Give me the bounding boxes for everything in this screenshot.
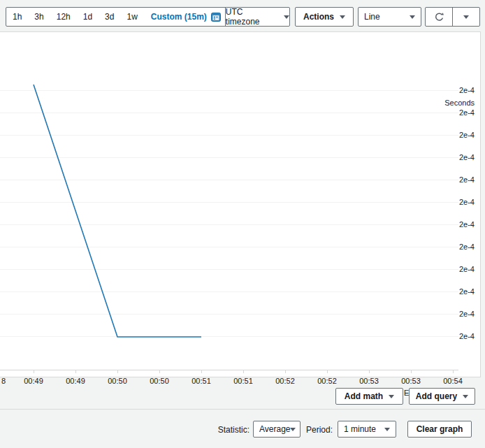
refresh-button-group xyxy=(425,7,480,27)
caret-down-icon xyxy=(340,15,345,19)
caret-down-icon xyxy=(384,428,390,431)
time-range-1w[interactable]: 1w xyxy=(120,12,143,22)
calendar-icon xyxy=(211,12,221,22)
period-label: Period: xyxy=(306,425,333,435)
actions-dropdown[interactable]: Actions xyxy=(295,7,354,27)
clear-graph-label: Clear graph xyxy=(417,424,463,434)
time-range-1d[interactable]: 1d xyxy=(77,12,99,22)
time-range-toolbar: 1h3h12h1d3d1w Custom (15m) UTC timezone xyxy=(6,7,290,27)
custom-time-range-label: Custom (15m) xyxy=(151,12,207,22)
period-select[interactable]: 1 minute xyxy=(338,421,396,438)
refresh-options-dropdown[interactable] xyxy=(452,8,479,26)
footer-divider xyxy=(0,409,485,410)
chart-type-label: Line xyxy=(364,12,380,22)
line-chart[interactable] xyxy=(0,32,482,378)
caret-down-icon xyxy=(389,395,394,398)
refresh-icon xyxy=(434,12,444,22)
time-range-12h[interactable]: 12h xyxy=(50,12,77,22)
caret-down-icon xyxy=(284,15,289,19)
caret-down-icon xyxy=(463,395,468,398)
add-math-button[interactable]: Add math xyxy=(335,388,403,405)
statistic-value: Average xyxy=(259,424,290,434)
statistic-label: Statistic: xyxy=(213,425,249,435)
caret-down-icon xyxy=(410,15,415,19)
metric-chart-panel: Seconds 2e-42e-42e-42e-42e-42e-42e-42e-4… xyxy=(0,31,481,377)
caret-down-icon xyxy=(290,428,296,431)
endpoint-latency-line xyxy=(34,85,201,337)
period-value: 1 minute xyxy=(344,424,376,434)
time-range-3d[interactable]: 3d xyxy=(99,12,120,22)
time-range-1h[interactable]: 1h xyxy=(6,12,28,22)
chart-type-dropdown[interactable]: Line xyxy=(358,7,421,27)
time-range-3h[interactable]: 3h xyxy=(28,12,50,22)
clear-graph-button[interactable]: Clear graph xyxy=(407,421,472,438)
add-math-label: Add math xyxy=(345,391,383,401)
add-query-button[interactable]: Add query xyxy=(409,388,475,405)
refresh-button[interactable] xyxy=(426,8,452,26)
actions-label: Actions xyxy=(303,12,334,22)
statistic-select[interactable]: Average xyxy=(253,421,301,438)
add-query-label: Add query xyxy=(416,391,457,401)
custom-time-range-button[interactable]: Custom (15m) xyxy=(144,12,225,22)
timezone-label: UTC timezone xyxy=(226,7,278,27)
time-range-buttons: 1h3h12h1d3d1w xyxy=(6,12,144,22)
timezone-dropdown[interactable]: UTC timezone xyxy=(226,8,289,26)
caret-down-icon xyxy=(463,15,469,19)
